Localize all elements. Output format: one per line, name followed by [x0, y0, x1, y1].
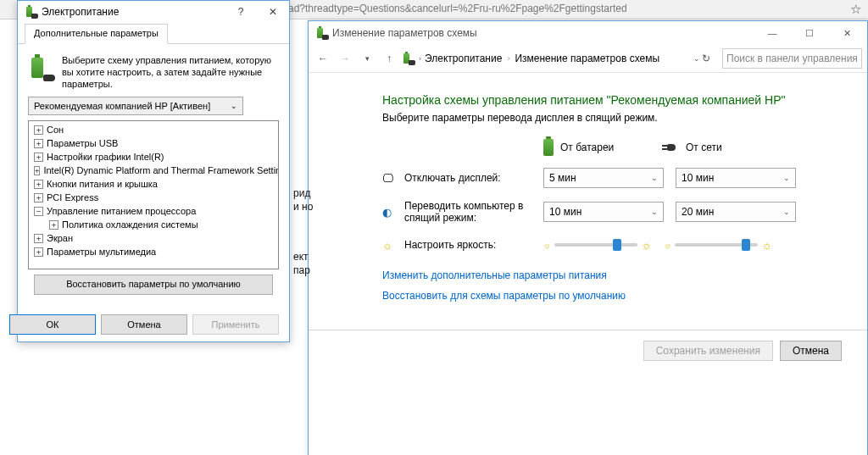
power-options-app-icon — [402, 52, 415, 65]
page-subheading: Выберите параметры перевода дисплея в сп… — [382, 112, 833, 124]
power-plan-select[interactable]: Рекомендуемая компанией HP [Активен] ⌄ — [28, 97, 243, 115]
change-advanced-link[interactable]: Изменить дополнительные параметры питани… — [382, 269, 833, 281]
dialog-title: Электропитание — [42, 6, 225, 18]
brightness-high-icon: ☼ — [641, 238, 652, 252]
dialog-titlebar[interactable]: Электропитание ? ✕ — [18, 1, 289, 23]
apply-button: Применить — [192, 314, 279, 335]
row-sleep-label: Переводить компьютер в спящий режим: — [404, 200, 543, 224]
cancel-button[interactable]: Отмена — [101, 314, 187, 335]
select-value: 5 мин — [549, 172, 576, 184]
bookmark-star-icon[interactable]: ☆ — [850, 2, 861, 17]
column-battery-label: От батареи — [560, 141, 614, 153]
display-off-battery-select[interactable]: 5 мин ⌄ — [543, 168, 664, 188]
chevron-down-icon: ⌄ — [651, 174, 658, 182]
expand-icon[interactable]: + — [34, 193, 43, 203]
restore-defaults-link[interactable]: Восстановить для схемы параметры по умол… — [382, 290, 833, 302]
advanced-power-options-dialog: Электропитание ? ✕ Дополнительные параме… — [17, 0, 290, 342]
brightness-high-icon: ☼ — [761, 238, 772, 252]
sleep-battery-select[interactable]: 10 мин ⌄ — [543, 202, 664, 222]
window-titlebar[interactable]: Изменение параметров схемы — ☐ ✕ — [309, 21, 867, 45]
chevron-right-icon: › — [507, 54, 509, 63]
column-ac-label: От сети — [686, 141, 722, 153]
tree-node-cooling-policy[interactable]: +Политика охлаждения системы — [31, 218, 276, 231]
tree-node-buttons-lid[interactable]: +Кнопки питания и крышка — [31, 177, 276, 191]
power-options-app-icon — [25, 5, 38, 19]
tree-node-pci-express[interactable]: +PCI Express — [31, 191, 276, 204]
brightness-low-icon: ☼ — [543, 241, 551, 250]
chevron-down-icon: ⌄ — [783, 208, 790, 216]
brightness-icon: ☼ — [382, 239, 399, 252]
close-button[interactable]: ✕ — [828, 21, 865, 45]
chevron-down-icon: ⌄ — [231, 102, 237, 110]
save-changes-button: Сохранить изменения — [643, 341, 773, 361]
tab-advanced-settings[interactable]: Дополнительные параметры — [25, 24, 168, 44]
tree-node-processor-power[interactable]: −Управление питанием процессора — [31, 204, 276, 218]
breadcrumb-power-options[interactable]: Электропитание — [425, 53, 502, 64]
cancel-button[interactable]: Отмена — [780, 341, 842, 361]
collapse-icon[interactable]: − — [34, 207, 43, 216]
tree-node-sleep[interactable]: +Сон — [31, 123, 276, 136]
display-off-ac-select[interactable]: 10 мин ⌄ — [676, 168, 796, 188]
occluded-text: рид — [293, 187, 310, 199]
select-value: Рекомендуемая компанией HP [Активен] — [34, 101, 210, 111]
chevron-down-icon: ⌄ — [783, 174, 790, 182]
dialog-footer: Сохранить изменения Отмена — [309, 330, 867, 371]
brightness-ac-slider[interactable]: ☼ ☼ — [664, 236, 772, 254]
control-panel-search-input[interactable]: Поиск в панели управления — [722, 48, 862, 69]
close-button[interactable]: ✕ — [257, 1, 289, 23]
expand-icon[interactable]: + — [34, 247, 43, 257]
chevron-down-icon: ⌄ — [651, 208, 658, 216]
row-brightness-label: Настроить яркость: — [404, 239, 543, 251]
power-options-app-icon — [315, 26, 329, 40]
brightness-low-icon: ☼ — [664, 241, 671, 250]
ok-button[interactable]: ОК — [9, 314, 96, 335]
expand-icon[interactable]: + — [34, 153, 43, 162]
tree-node-intel-dptf[interactable]: +Intel(R) Dynamic Platform and Thermal F… — [31, 164, 276, 177]
nav-history-button[interactable]: ▾ — [358, 49, 376, 68]
nav-back-button[interactable]: ← — [314, 49, 332, 68]
expand-icon[interactable]: + — [34, 139, 43, 148]
browser-url-fragment: ad?threadtype=Questions&cancelurl=%2Fru-… — [288, 3, 627, 14]
battery-icon — [543, 139, 554, 156]
dialog-description: Выберите схему управления питанием, кото… — [62, 54, 279, 90]
maximize-button[interactable]: ☐ — [791, 21, 828, 45]
tabstrip: Дополнительные параметры — [18, 23, 289, 44]
edit-plan-window: Изменение параметров схемы — ☐ ✕ ← → ▾ ↑… — [308, 20, 868, 455]
nav-up-button[interactable]: ↑ — [380, 49, 398, 68]
power-options-large-icon — [28, 54, 55, 81]
display-icon: 🖵 — [382, 172, 399, 185]
occluded-text: ект — [293, 251, 309, 263]
restore-plan-defaults-button[interactable]: Восстановить параметры по умолчанию — [34, 275, 273, 295]
minimize-button[interactable]: — — [754, 21, 791, 45]
select-value: 10 мин — [682, 172, 714, 184]
dialog-footer: ОК Отмена Применить — [18, 314, 289, 335]
address-dropdown-button[interactable]: ⌄ — [693, 54, 700, 63]
occluded-text: и но — [293, 201, 313, 213]
search-placeholder: Поиск в панели управления — [726, 53, 858, 64]
expand-icon[interactable]: + — [34, 234, 43, 243]
nav-forward-button[interactable]: → — [336, 49, 354, 68]
brightness-battery-slider[interactable]: ☼ ☼ — [543, 236, 652, 254]
expand-icon[interactable]: + — [34, 125, 43, 135]
page-heading: Настройка схемы управления питанием "Рек… — [382, 93, 833, 107]
expand-icon[interactable]: + — [49, 220, 58, 230]
expand-icon[interactable]: + — [34, 180, 43, 189]
sleep-ac-select[interactable]: 20 мин ⌄ — [676, 202, 796, 222]
expand-icon[interactable]: + — [34, 166, 40, 175]
refresh-button[interactable]: ↻ — [702, 53, 710, 64]
tree-node-multimedia[interactable]: +Параметры мультимедиа — [31, 245, 276, 258]
sleep-icon: ◐ — [382, 206, 399, 219]
settings-tree[interactable]: +Сон +Параметры USB +Настройки графики I… — [28, 120, 279, 269]
plug-icon — [662, 142, 679, 153]
row-turn-off-display-label: Отключать дисплей: — [404, 172, 543, 184]
breadcrumb-edit-plan[interactable]: Изменение параметров схемы — [515, 53, 659, 64]
tree-node-usb[interactable]: +Параметры USB — [31, 136, 276, 150]
tree-node-display[interactable]: +Экран — [31, 231, 276, 245]
select-value: 20 мин — [682, 206, 714, 218]
select-value: 10 мин — [549, 206, 581, 218]
occluded-text: пар — [293, 264, 310, 276]
explorer-navbar: ← → ▾ ↑ › Электропитание › Изменение пар… — [309, 45, 867, 73]
help-button[interactable]: ? — [225, 1, 257, 23]
tree-node-intel-graphics[interactable]: +Настройки графики Intel(R) — [31, 150, 276, 164]
window-title: Изменение параметров схемы — [332, 27, 754, 39]
